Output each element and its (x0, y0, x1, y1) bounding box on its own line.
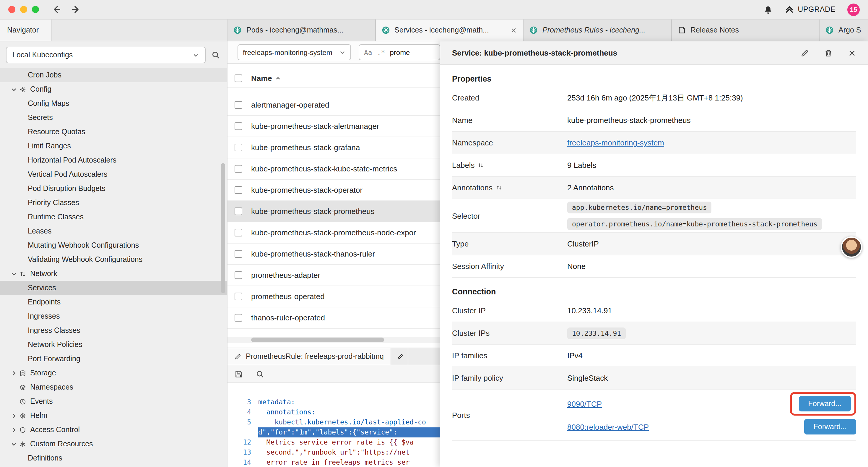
sidebar-item-leases[interactable]: Leases (0, 224, 227, 238)
kubeconfig-source-dropdown[interactable]: Local Kubeconfigs (6, 47, 206, 63)
sidebar-item-services[interactable]: Services (0, 281, 227, 295)
tab-services[interactable]: Services - icecheng@math... (375, 20, 524, 41)
namespace-filter-dropdown[interactable]: freeleaps-monitoring-system (238, 44, 351, 60)
chevron-down-icon[interactable] (9, 86, 18, 92)
tab-pods[interactable]: Pods - icecheng@mathmas... (227, 20, 375, 41)
table-row[interactable]: kube-prometheus-stack-thanos-ruler (227, 243, 440, 265)
table-row[interactable]: kube-prometheus-stack-grafana (227, 137, 440, 158)
table-row[interactable]: kube-prometheus-stack-kube-state-metrics (227, 158, 440, 180)
row-checkbox[interactable] (235, 314, 242, 322)
chevron-right-icon[interactable] (9, 412, 18, 419)
chevron-right-icon[interactable] (9, 370, 18, 376)
row-checkbox[interactable] (235, 293, 242, 300)
navigator-panel-tab[interactable]: Navigator (0, 20, 52, 41)
row-checkbox[interactable] (235, 207, 242, 215)
sidebar-item-config-maps[interactable]: Config Maps (0, 96, 227, 111)
minimize-window-button[interactable] (20, 6, 27, 13)
sidebar-item-resource-quotas[interactable]: Resource Quotas (0, 125, 227, 139)
save-icon[interactable] (235, 370, 243, 378)
sidebar-item-priority-classes[interactable]: Priority Classes (0, 196, 227, 210)
sidebar-item-network-policies[interactable]: Network Policies (0, 338, 227, 352)
chevron-down-icon[interactable] (9, 441, 18, 447)
forward-button[interactable]: Forward... (799, 396, 851, 411)
upgrade-button[interactable]: UPGRADE (785, 5, 836, 14)
name-column-header[interactable]: Name (251, 74, 282, 83)
row-checkbox[interactable] (235, 165, 242, 173)
tab-argo[interactable]: Argo S (819, 20, 868, 41)
row-checkbox[interactable] (235, 271, 242, 279)
forward-button[interactable]: Forward... (804, 419, 856, 435)
table-row[interactable]: kube-prometheus-stack-prometheus-node-ex… (227, 222, 440, 243)
detail-value: kube-prometheus-stack-prometheus (567, 116, 856, 125)
row-checkbox[interactable] (235, 144, 242, 151)
sidebar-item-vertical-pod-autoscalers[interactable]: Vertical Pod Autoscalers (0, 167, 227, 181)
sidebar-item-access-control[interactable]: Access Control (0, 423, 227, 437)
sidebar-item-horizontal-pod-autoscalers[interactable]: Horizontal Pod Autoscalers (0, 153, 227, 167)
service-details-drawer: Service: kube-prometheus-stack-prometheu… (440, 41, 868, 467)
port-link[interactable]: 8080:reloader-web/TCP (567, 422, 649, 431)
port-link[interactable]: 9090/TCP (567, 399, 602, 408)
sidebar-item-pod-disruption-budgets[interactable]: Pod Disruption Budgets (0, 181, 227, 196)
sidebar-item-secrets[interactable]: Secrets (0, 111, 227, 125)
sidebar-item-endpoints[interactable]: Endpoints (0, 295, 227, 309)
forward-arrow-icon[interactable] (71, 5, 80, 14)
yaml-editor[interactable]: 3metadata:4 annotations:5 kubectl.kubern… (227, 383, 440, 467)
sidebar-search-icon[interactable] (212, 51, 220, 59)
row-checkbox[interactable] (235, 250, 242, 258)
editor-search-icon[interactable] (256, 370, 264, 378)
dock-tab-prometheusrule-freeleaps-prod-rabbitmq[interactable]: PrometheusRule: freeleaps-prod-rabbitmq (227, 348, 392, 365)
sidebar-scrollbar[interactable] (221, 163, 225, 293)
sidebar-item-namespaces[interactable]: Namespaces (0, 380, 227, 394)
row-checkbox[interactable] (235, 186, 242, 194)
namespace-link[interactable]: freeleaps-monitoring-system (567, 138, 664, 147)
chevron-right-icon[interactable] (9, 427, 18, 433)
sort-toggle-icon[interactable] (478, 162, 484, 169)
match-case-toggle[interactable]: Aa (364, 48, 372, 56)
sidebar-item-cron-jobs[interactable]: Cron Jobs (0, 68, 227, 82)
row-checkbox[interactable] (235, 101, 242, 109)
sidebar-item-mutating-webhook-configurations[interactable]: Mutating Webhook Configurations (0, 238, 227, 253)
sidebar-item-ingresses[interactable]: Ingresses (0, 309, 227, 323)
sidebar-item-limit-ranges[interactable]: Limit Ranges (0, 139, 227, 153)
horizontal-scrollbar[interactable] (251, 338, 384, 342)
table-row[interactable]: alertmanager-operated (227, 95, 440, 116)
sidebar-item-events[interactable]: Events (0, 394, 227, 408)
user-avatar[interactable] (841, 236, 862, 258)
notification-count-badge[interactable]: 15 (847, 3, 860, 16)
sidebar-item-validating-webhook-configurations[interactable]: Validating Webhook Configurations (0, 253, 227, 267)
sidebar-item-ingress-classes[interactable]: Ingress Classes (0, 323, 227, 338)
delete-trash-icon[interactable] (824, 49, 833, 57)
table-row[interactable]: kube-prometheus-stack-operator (227, 180, 440, 201)
select-all-checkbox[interactable] (235, 75, 242, 82)
close-drawer-icon[interactable] (848, 49, 856, 57)
tab-release-notes[interactable]: Release Notes (672, 20, 819, 41)
sidebar-item-runtime-classes[interactable]: Runtime Classes (0, 210, 227, 224)
sidebar-item-custom-resources[interactable]: Custom Resources (0, 437, 227, 451)
sidebar-item-port-forwarding[interactable]: Port Forwarding (0, 352, 227, 366)
table-row[interactable]: kube-prometheus-stack-alertmanager (227, 116, 440, 137)
sidebar-item-label: Config Maps (28, 99, 69, 108)
service-search-input[interactable]: Aa .* prome (359, 44, 440, 60)
close-tab-icon[interactable] (510, 27, 517, 33)
tab-prometheus-rules[interactable]: Prometheus Rules - icecheng... (524, 20, 672, 41)
back-arrow-icon[interactable] (52, 5, 61, 14)
sidebar-item-network[interactable]: Network (0, 267, 227, 281)
maximize-window-button[interactable] (32, 6, 39, 13)
sidebar-item-storage[interactable]: Storage (0, 366, 227, 380)
table-row[interactable]: kube-prometheus-stack-prometheus (227, 201, 440, 222)
row-checkbox[interactable] (235, 122, 242, 130)
chevron-down-icon[interactable] (9, 270, 18, 277)
regex-toggle[interactable]: .* (377, 48, 385, 56)
table-row[interactable]: prometheus-adapter (227, 265, 440, 286)
table-row[interactable]: thanos-ruler-operated (227, 308, 440, 329)
sidebar-item-helm[interactable]: Helm (0, 408, 227, 423)
dock-tab-partial[interactable] (392, 348, 409, 365)
table-row[interactable]: prometheus-operated (227, 286, 440, 308)
sidebar-item-definitions[interactable]: Definitions (0, 451, 227, 465)
sidebar-item-config[interactable]: Config (0, 82, 227, 96)
edit-pencil-icon[interactable] (801, 49, 809, 57)
notifications-bell-icon[interactable] (764, 5, 773, 14)
sort-toggle-icon[interactable] (495, 184, 502, 191)
row-checkbox[interactable] (235, 229, 242, 236)
close-window-button[interactable] (8, 6, 16, 13)
